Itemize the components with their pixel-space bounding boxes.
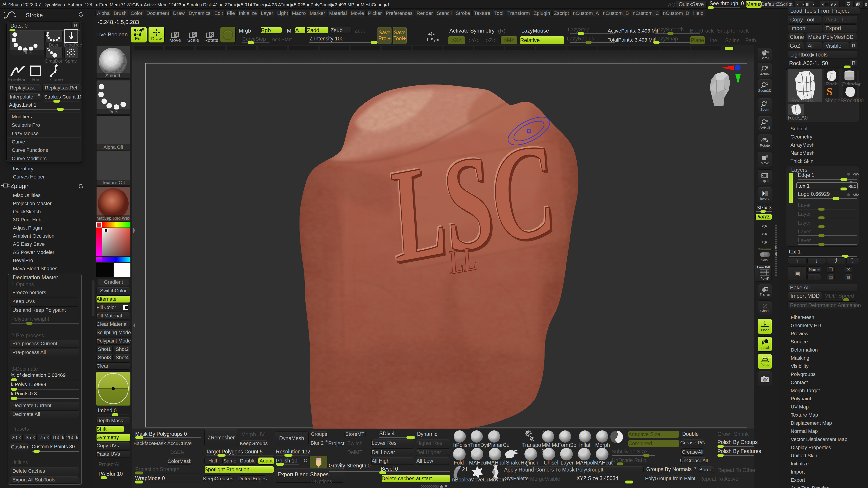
svg-text:Dynamic: Dynamic [762, 356, 771, 358]
svg-text:Y: Y [764, 233, 766, 236]
svg-text:R: R [210, 32, 213, 37]
svg-text:X: X [764, 241, 766, 245]
svg-text:S: S [193, 32, 195, 37]
svg-text:Y: Y [764, 320, 765, 323]
svg-text:S: S [827, 86, 833, 98]
svg-text:Z: Z [764, 225, 766, 229]
svg-text:M: M [175, 32, 178, 37]
